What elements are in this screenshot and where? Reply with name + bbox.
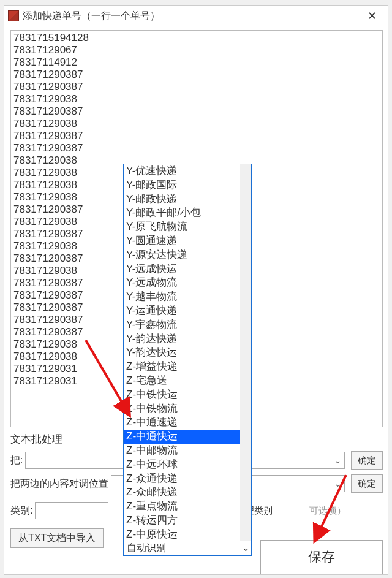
courier-option[interactable]: Y-圆通速递 [124, 234, 240, 248]
category-input[interactable] [35, 502, 108, 519]
titlebar: 添加快递单号（一行一个单号） ✕ [4, 6, 388, 26]
category-label: 类别: [10, 504, 32, 517]
courier-option[interactable]: Z-中铁物流 [124, 402, 240, 416]
courier-option[interactable]: Z-转运四方 [124, 514, 240, 528]
optional-hint: 可选项） [309, 505, 346, 517]
courier-option[interactable]: Y-韵达快运 [124, 346, 240, 360]
chevron-down-icon: ⌄ [331, 476, 344, 492]
import-txt-button[interactable]: 从TXT文档中导入 [10, 528, 104, 548]
courier-option[interactable]: Y-远成物流 [124, 276, 240, 290]
courier-option[interactable]: Y-宇鑫物流 [124, 318, 240, 332]
courier-option[interactable]: Y-远成快运 [124, 262, 240, 276]
courier-option[interactable]: Y-优速快递 [124, 164, 240, 178]
courier-option[interactable]: Y-韵达快递 [124, 332, 240, 346]
save-button[interactable]: 保存 [260, 540, 383, 574]
courier-option[interactable]: Z-中原快运 [124, 528, 240, 541]
close-button[interactable]: ✕ [360, 7, 384, 25]
courier-option[interactable]: Y-原飞航物流 [124, 220, 240, 234]
replace-label: 把: [10, 454, 23, 467]
courier-dropdown-trigger[interactable]: 自动识别 ⌄ [124, 541, 252, 555]
courier-option[interactable]: Y-源安达快递 [124, 248, 240, 262]
courier-option[interactable]: Y-邮政平邮/小包 [124, 206, 240, 220]
courier-option[interactable]: Z-众通快递 [124, 472, 240, 486]
courier-option[interactable]: Y-越丰物流 [124, 290, 240, 304]
courier-option[interactable]: Z-中通快运 [124, 430, 240, 444]
courier-option[interactable]: Y-邮政国际 [124, 178, 240, 192]
courier-option[interactable]: Z-重点物流 [124, 500, 240, 514]
courier-option[interactable]: Z-中铁快运 [124, 388, 240, 402]
courier-option[interactable]: Z-中远环球 [124, 458, 240, 472]
app-icon [8, 10, 19, 21]
courier-option[interactable]: Y-邮政快递 [124, 192, 240, 207]
confirm-button-2[interactable]: 确定 [351, 474, 383, 493]
courier-option[interactable]: Z-宅急送 [124, 374, 240, 388]
courier-dropdown: Y-优速快递Y-邮政国际Y-邮政快递Y-邮政平邮/小包Y-原飞航物流Y-圆通速递… [123, 164, 252, 556]
courier-dropdown-list[interactable]: Y-优速快递Y-邮政国际Y-邮政快递Y-邮政平邮/小包Y-原飞航物流Y-圆通速递… [124, 164, 251, 541]
confirm-button-1[interactable]: 确定 [351, 451, 383, 470]
courier-option[interactable]: Z-增益快递 [124, 360, 240, 374]
chevron-down-icon: ⌄ [331, 452, 344, 468]
swap-label: 把两边的内容对调位置 [10, 477, 108, 490]
courier-dropdown-value: 自动识别 [124, 542, 239, 555]
courier-option[interactable]: Y-运通快递 [124, 304, 240, 318]
courier-option[interactable]: Z-中邮物流 [124, 444, 240, 458]
chevron-down-icon: ⌄ [239, 541, 252, 555]
courier-option[interactable]: Z-众邮快递 [124, 485, 240, 500]
window-title: 添加快递单号（一行一个单号） [23, 10, 360, 23]
courier-option[interactable]: Z-中通速递 [124, 416, 240, 430]
